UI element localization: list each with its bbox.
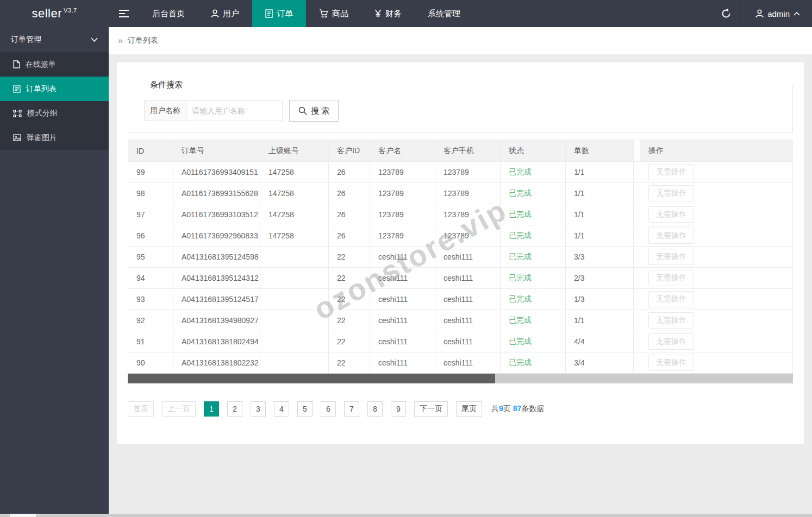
customer-phone-cell: ceshi111 [435, 289, 501, 310]
image-icon [13, 134, 21, 141]
sidebar-item-label: 在线派单 [26, 60, 56, 70]
sidebar-toggle-icon[interactable] [109, 0, 139, 27]
pagination-last-button[interactable]: 尾页 [456, 401, 482, 417]
status-badge: 已完成 [509, 316, 532, 324]
table-row: 94A0413168139512431222ceshi111ceshi111已完… [128, 268, 793, 289]
action-cell: 无需操作 [640, 183, 793, 204]
no-action-button[interactable]: 无需操作 [648, 164, 694, 180]
pagination-first-button[interactable]: 首页 [128, 401, 154, 417]
column-header-订单号: 订单号 [173, 140, 260, 162]
no-action-button[interactable]: 无需操作 [648, 355, 694, 371]
customer-id-cell: 22 [329, 289, 370, 310]
customer-name-cell: ceshi111 [370, 310, 435, 331]
status-badge: 已完成 [509, 210, 532, 218]
customer-phone-cell: ceshi111 [435, 352, 501, 374]
table-row: 91A0413168138180249422ceshi111ceshi111已完… [128, 331, 793, 352]
order-count-cell: 3/3 [566, 247, 634, 268]
navbar-item-label: 系统管理 [428, 9, 460, 19]
user-menu[interactable]: admin [743, 0, 812, 27]
parent-account-cell: 147258 [260, 204, 329, 225]
action-cell: 无需操作 [640, 310, 793, 331]
sidebar-item-弹窗图片[interactable]: 弹窗图片 [0, 125, 109, 150]
order-count-cell: 1/1 [566, 162, 634, 183]
sidebar-group-order-management[interactable]: 订单管理 [0, 27, 109, 52]
pagination-page-5[interactable]: 5 [297, 401, 313, 417]
no-action-button[interactable]: 无需操作 [648, 270, 694, 286]
sidebar-item-label: 订单列表 [26, 84, 57, 94]
status-cell: 已完成 [501, 225, 566, 247]
navbar-item-财务[interactable]: 财务 [361, 0, 415, 27]
table-scrollbar-thumb[interactable] [128, 374, 495, 383]
no-action-button[interactable]: 无需操作 [648, 249, 694, 265]
order-no-cell: A04131681395124517 [173, 289, 260, 310]
pagination-summary-text: 共 [491, 404, 499, 413]
no-action-button[interactable]: 无需操作 [648, 185, 694, 201]
table-row: 96A0116173699296083314725826123789123789… [128, 225, 793, 247]
pagination-page-1[interactable]: 1 [204, 401, 219, 417]
yen-icon [374, 9, 382, 18]
customer-name-cell: 123789 [370, 204, 435, 225]
search-input[interactable] [186, 100, 283, 121]
pagination-page-8[interactable]: 8 [367, 401, 383, 417]
customer-name-cell: 123789 [370, 162, 435, 183]
sidebar-item-label: 弹窗图片 [27, 133, 57, 143]
order-id-cell: 99 [128, 162, 173, 183]
customer-name-cell: 123789 [370, 183, 435, 204]
status-cell: 已完成 [501, 204, 566, 225]
pagination-prev-button[interactable]: 上一页 [162, 401, 196, 417]
page-horizontal-scrollbar[interactable] [0, 514, 812, 517]
order-id-cell: 96 [128, 225, 173, 247]
column-spacer [634, 204, 640, 225]
order-no-cell: A04131681381802232 [173, 352, 260, 374]
column-spacer [634, 225, 640, 247]
column-header-单数: 单数 [566, 140, 634, 162]
no-action-button[interactable]: 无需操作 [648, 291, 694, 307]
no-action-button[interactable]: 无需操作 [648, 312, 694, 329]
column-header-客户名: 客户名 [370, 140, 435, 162]
refresh-icon[interactable] [709, 0, 743, 27]
customer-id-cell: 26 [329, 162, 370, 183]
parent-account-cell [260, 310, 329, 331]
status-badge: 已完成 [509, 294, 532, 303]
navbar-item-订单[interactable]: 订单 [252, 0, 306, 27]
no-action-button[interactable]: 无需操作 [648, 206, 694, 223]
app-logo-text: seller [32, 7, 62, 21]
document-icon [265, 9, 273, 18]
sidebar: 订单管理 在线派单订单列表模式分组弹窗图片 [0, 27, 109, 514]
order-count-cell: 1/1 [566, 204, 634, 225]
navbar-item-后台首页[interactable]: 后台首页 [139, 0, 198, 27]
status-cell: 已完成 [501, 331, 566, 352]
sidebar-item-模式分组[interactable]: 模式分组 [0, 101, 109, 125]
column-spacer [634, 331, 640, 352]
pagination-page-9[interactable]: 9 [391, 401, 406, 417]
pagination-page-2[interactable]: 2 [227, 401, 242, 417]
navbar-item-系统管理[interactable]: 系统管理 [415, 0, 473, 27]
pagination-page-3[interactable]: 3 [251, 401, 266, 417]
order-id-cell: 90 [128, 352, 173, 374]
column-spacer [634, 247, 640, 268]
order-no-cell: A01161736992960833 [173, 225, 260, 247]
search-button[interactable]: 搜 索 [289, 100, 339, 122]
column-spacer [634, 289, 640, 310]
no-action-button[interactable]: 无需操作 [648, 333, 694, 350]
search-icon [298, 106, 307, 115]
sidebar-item-订单列表[interactable]: 订单列表 [0, 77, 109, 101]
chevron-down-icon [91, 37, 98, 42]
column-spacer [634, 162, 640, 183]
pagination-page-6[interactable]: 6 [321, 401, 336, 417]
action-cell: 无需操作 [640, 268, 793, 289]
status-cell: 已完成 [501, 352, 566, 374]
pagination-page-4[interactable]: 4 [274, 401, 289, 417]
table-horizontal-scrollbar[interactable] [128, 374, 793, 383]
pagination-page-7[interactable]: 7 [344, 401, 359, 417]
navbar-item-用户[interactable]: 用户 [198, 0, 252, 27]
customer-phone-cell: 123789 [435, 183, 501, 204]
customer-id-cell: 22 [329, 352, 370, 374]
list-icon [13, 85, 21, 93]
no-action-button[interactable]: 无需操作 [648, 228, 694, 244]
pagination-next-button[interactable]: 下一页 [414, 401, 448, 417]
navbar-item-商品[interactable]: 商品 [306, 0, 361, 27]
status-badge: 已完成 [509, 252, 532, 261]
page-scrollbar-thumb[interactable] [10, 514, 36, 517]
sidebar-item-在线派单[interactable]: 在线派单 [0, 52, 109, 77]
